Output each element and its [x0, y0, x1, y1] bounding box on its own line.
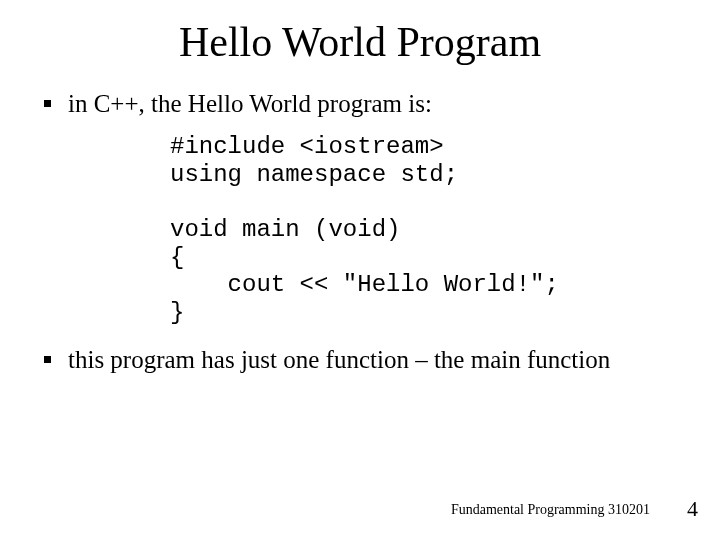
- footer-text: Fundamental Programming 310201: [451, 502, 650, 518]
- page-number: 4: [687, 496, 698, 522]
- slide: Hello World Program in C++, the Hello Wo…: [0, 0, 720, 540]
- bullet-text: this program has just one function – the…: [68, 346, 610, 373]
- slide-title: Hello World Program: [40, 18, 680, 66]
- code-block: #include <iostream> using namespace std;…: [170, 133, 680, 326]
- bullet-list: in C++, the Hello World program is: #inc…: [40, 88, 680, 376]
- bullet-item: this program has just one function – the…: [40, 344, 680, 375]
- bullet-item: in C++, the Hello World program is: #inc…: [40, 88, 680, 326]
- bullet-text: in C++, the Hello World program is:: [68, 90, 432, 117]
